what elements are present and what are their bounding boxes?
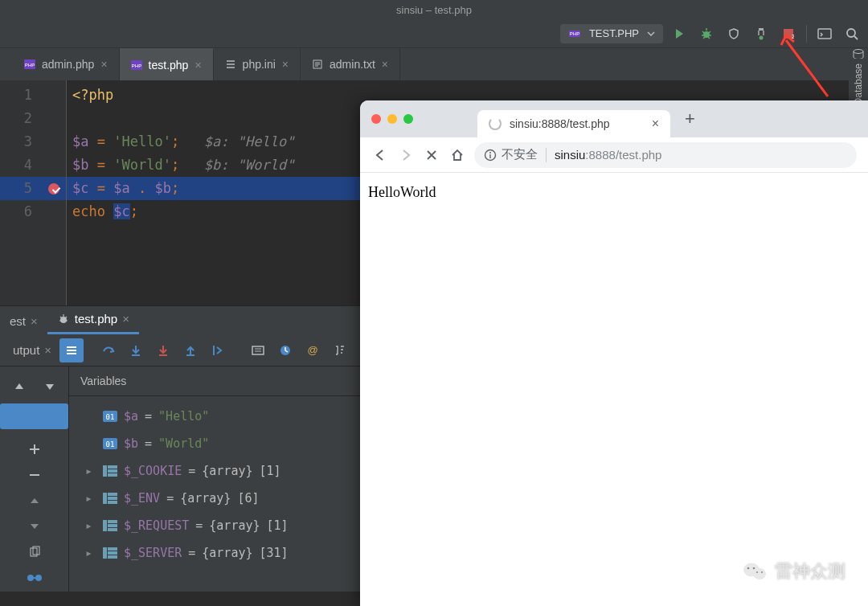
browser-window: sinsiu:8888/test.php × + 不安全 sinsiu:8888… [360,100,868,606]
evaluate-expression-button[interactable] [246,338,270,362]
chevron-down-icon [647,30,655,38]
svg-rect-37 [108,528,117,531]
output-tab[interactable]: utput × [6,340,58,360]
close-icon[interactable]: × [100,58,107,71]
window-title: sinsiu – test.php [396,4,472,16]
svg-point-49 [753,567,755,570]
wechat-icon [743,561,767,582]
debug-button[interactable] [695,23,718,45]
minimize-window-button[interactable] [387,114,397,124]
close-icon[interactable]: × [282,58,289,71]
svg-rect-38 [103,547,107,559]
run-to-cursor-button[interactable] [206,338,230,362]
close-icon[interactable]: × [194,59,201,72]
svg-rect-36 [108,524,117,527]
security-indicator[interactable]: 不安全 [484,147,538,162]
coverage-button[interactable] [723,23,745,45]
close-icon[interactable]: × [122,312,129,326]
svg-rect-15 [252,346,264,354]
svg-rect-27 [108,465,117,469]
svg-text:PHP: PHP [570,31,579,36]
run-config-selector[interactable]: PHP TEST.PHP [560,24,663,43]
svg-rect-32 [108,497,117,500]
svg-rect-33 [108,501,117,504]
tab-label: admin.php [42,58,94,71]
tab-test-php[interactable]: PHP test.php × [120,48,214,80]
svg-point-50 [756,571,758,573]
browser-tab[interactable]: sinsiu:8888/test.php × [477,110,670,137]
svg-rect-26 [103,465,107,477]
output-tab-label: utput [13,343,39,357]
info-icon [484,149,497,162]
run-button[interactable] [668,23,690,45]
force-step-into-button[interactable] [151,338,175,362]
back-button[interactable] [371,146,389,164]
maximize-window-button[interactable] [403,114,413,124]
address-bar[interactable]: 不安全 sinsiu:8888/test.php [474,142,857,168]
editor-gutter[interactable]: 123456 [0,80,66,305]
database-label: Database [853,63,864,104]
svg-point-48 [747,567,750,570]
insecure-label: 不安全 [502,147,538,162]
svg-rect-30 [103,493,107,504]
svg-rect-39 [108,547,117,551]
close-icon[interactable]: × [382,58,388,71]
svg-rect-45 [489,154,490,158]
home-button[interactable] [448,146,466,164]
copy-button[interactable] [23,540,47,564]
frame-up-button[interactable] [7,375,31,399]
page-output: HelloWorld [368,184,436,200]
svg-rect-35 [108,520,117,523]
svg-text:01: 01 [106,440,115,448]
add-button[interactable] [23,437,47,461]
step-out-button[interactable] [178,338,203,362]
svg-point-4 [760,35,764,39]
svg-rect-40 [108,551,117,555]
tab-php-ini[interactable]: php.ini × [214,48,301,80]
close-icon[interactable]: × [31,314,38,328]
tab-admin-php[interactable]: PHP admin.php × [13,48,120,80]
php-config-icon: PHP [568,27,581,40]
svg-rect-34 [103,520,107,531]
svg-text:2: 2 [792,34,794,39]
tab-label: test.php [149,59,189,72]
trace-button[interactable] [273,338,297,362]
frames-button[interactable] [59,338,84,362]
toolbar-divider [806,25,807,43]
browser-page[interactable]: HelloWorld [360,173,868,606]
search-everywhere-button[interactable] [841,23,863,45]
stop-button[interactable]: 2 [777,23,800,45]
debug-tab-prev[interactable]: est × [0,308,47,334]
tab-label: php.ini [243,58,276,71]
frame-down-button[interactable] [38,375,62,399]
move-down-button[interactable] [23,514,47,538]
window-controls[interactable] [371,114,413,124]
move-up-button[interactable] [23,489,47,513]
new-tab-button[interactable]: + [678,109,702,129]
step-into-button[interactable] [124,338,148,362]
close-icon[interactable]: × [44,343,51,357]
forward-button[interactable] [397,146,415,164]
remove-button[interactable] [23,463,47,487]
at-button[interactable]: @ [301,338,325,362]
close-icon[interactable]: × [652,117,659,131]
close-window-button[interactable] [371,114,381,124]
url-text: sinsiu:8888/test.php [555,148,661,162]
indent-guide [66,80,67,305]
profiler-button[interactable] [750,23,772,45]
browser-tabbar: sinsiu:8888/test.php × + [360,100,868,137]
terminal-button[interactable] [813,23,836,45]
selected-frame[interactable] [0,403,68,429]
step-over-button[interactable] [96,338,121,362]
debug-tab-test-php[interactable]: test.php × [47,305,139,334]
glasses-button[interactable] [23,566,47,590]
php-file-icon: PHP [131,60,142,70]
browser-tab-title: sinsiu:8888/test.php [510,117,610,130]
svg-rect-41 [108,555,117,559]
svg-text:@: @ [307,344,317,356]
tab-admin-txt[interactable]: admin.txt × [301,48,400,80]
right-tool-rail[interactable]: Database [849,48,868,104]
sort-button[interactable] [328,338,352,362]
stop-reload-button[interactable] [423,146,440,164]
database-icon [852,48,865,59]
